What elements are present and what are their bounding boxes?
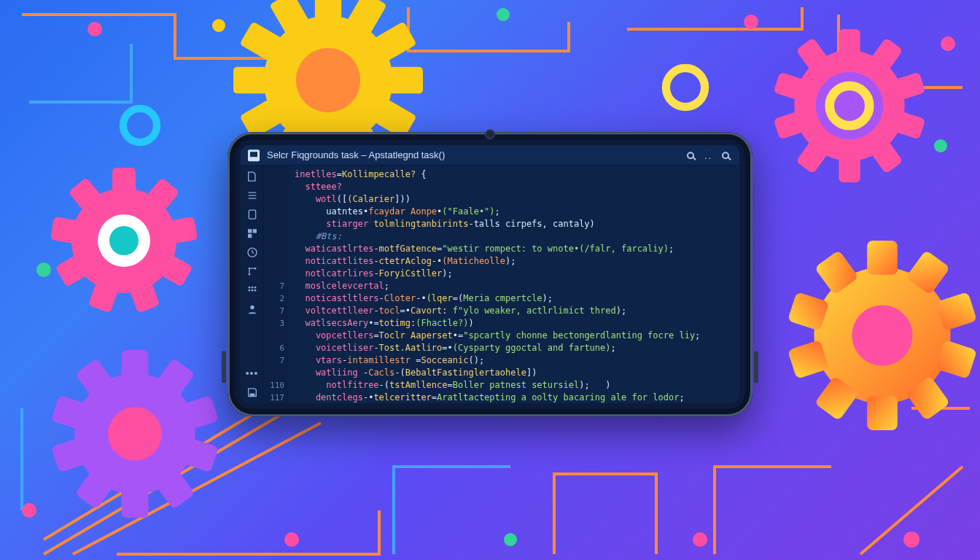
svg-point-1	[212, 19, 225, 32]
svg-point-42	[254, 287, 256, 289]
more-icon[interactable]: •••	[246, 367, 259, 380]
svg-rect-21	[122, 350, 149, 380]
svg-rect-47	[249, 394, 254, 397]
gear-icon	[773, 29, 926, 182]
phone-camera	[485, 129, 495, 139]
svg-point-38	[248, 273, 250, 276]
ring-icon	[660, 62, 711, 113]
save-icon[interactable]	[246, 386, 259, 399]
branch-icon[interactable]	[246, 265, 259, 278]
clock-icon[interactable]	[246, 246, 259, 259]
svg-point-39	[254, 268, 256, 270]
list-icon[interactable]	[246, 189, 259, 202]
ide-workarea: ••• 727367110117 inetlles=Kollimpecalle?…	[241, 166, 739, 403]
svg-point-40	[248, 287, 250, 289]
svg-point-37	[248, 268, 250, 270]
search-icon[interactable]	[687, 150, 697, 160]
svg-rect-28	[867, 241, 898, 275]
svg-rect-17	[112, 168, 136, 194]
code-area[interactable]: inetlles=Kollimpecalle? { stteee? wotl([…	[289, 166, 739, 403]
activity-bar: •••	[241, 166, 264, 403]
svg-point-3	[744, 15, 758, 29]
phone-device: Selcr Fiqgrounds task – Apstatlegnd task…	[228, 132, 752, 416]
ide-title: Selcr Fiqgrounds task – Apstatlegnd task…	[267, 149, 445, 160]
svg-rect-34	[252, 229, 256, 233]
svg-point-0	[88, 22, 102, 36]
svg-point-5	[36, 262, 51, 277]
code-editor[interactable]: 727367110117 inetlles=Kollimpecalle? { s…	[264, 166, 739, 403]
svg-point-4	[941, 36, 955, 51]
svg-point-44	[251, 289, 253, 292]
svg-point-10	[903, 532, 919, 548]
svg-point-8	[504, 533, 517, 546]
svg-point-43	[248, 289, 250, 292]
svg-point-6	[22, 503, 36, 518]
svg-point-7	[284, 532, 299, 547]
svg-point-9	[693, 532, 707, 547]
extensions-icon[interactable]	[246, 227, 259, 240]
svg-point-15	[296, 48, 360, 112]
ide-titlebar: Selcr Fiqgrounds task – Apstatlegnd task…	[241, 145, 739, 166]
svg-point-29	[852, 305, 912, 365]
svg-rect-14	[315, 0, 341, 20]
svg-point-12	[934, 139, 947, 152]
svg-point-19	[109, 226, 139, 255]
svg-rect-24	[839, 29, 860, 57]
svg-point-31	[123, 109, 157, 142]
svg-point-22	[108, 407, 162, 461]
gear-icon	[788, 241, 977, 430]
docs-icon[interactable]	[246, 208, 259, 221]
svg-point-46	[250, 306, 254, 309]
gear-icon	[51, 350, 219, 518]
line-gutter: 727367110117	[264, 166, 289, 403]
ring-icon	[117, 102, 163, 149]
more-icon[interactable]: ..	[704, 150, 715, 160]
ide-window: Selcr Fiqgrounds task – Apstatlegnd task…	[241, 145, 739, 403]
user-icon[interactable]	[246, 303, 259, 316]
grid-icon[interactable]	[246, 284, 259, 297]
svg-rect-33	[248, 229, 252, 233]
svg-rect-32	[249, 210, 255, 219]
file-icon	[248, 149, 260, 161]
svg-point-45	[254, 289, 256, 292]
search-icon[interactable]	[722, 150, 732, 160]
gear-icon	[51, 168, 197, 314]
svg-rect-35	[248, 234, 252, 238]
svg-point-41	[251, 287, 253, 289]
svg-point-30	[666, 68, 704, 106]
files-icon[interactable]	[246, 170, 259, 183]
svg-point-2	[497, 8, 510, 21]
